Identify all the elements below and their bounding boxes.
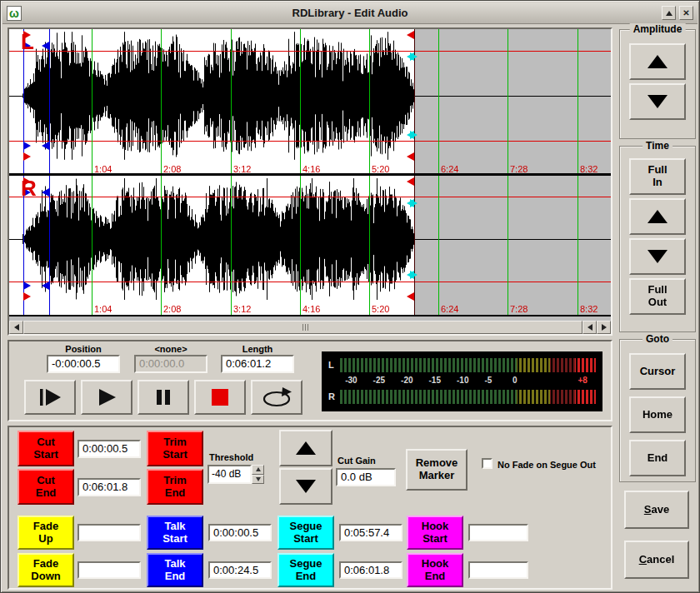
segue-end-field[interactable]: 0:06:01.8 (339, 561, 402, 579)
hook-end-field[interactable] (468, 561, 528, 579)
play-from-start-icon (38, 387, 62, 407)
waveform-canvas-R[interactable] (9, 176, 414, 302)
time-full-out-button[interactable]: Full Out (629, 278, 686, 315)
trim-start-button[interactable]: Trim Start (147, 431, 203, 466)
threshold-spin-up-button[interactable] (252, 465, 264, 475)
talk-end-button[interactable]: Talk End (147, 553, 203, 587)
meter-scale--20: -20 (401, 376, 412, 385)
fade-up-label: Fade Up (33, 521, 58, 546)
marker-line[interactable] (414, 29, 415, 176)
hook-start-label: Hook Start (422, 521, 449, 546)
marker-line[interactable] (49, 29, 50, 176)
segue-start-field[interactable]: 0:05:57.4 (339, 524, 402, 541)
position-label: Position (47, 344, 120, 354)
scroll-left-icon (14, 324, 19, 331)
transport-panel: Position -0:00:00.5 <none> 0:00:00.0 Len… (8, 340, 612, 421)
goto-home-button[interactable]: Home (629, 396, 686, 433)
trim-end-button[interactable]: Trim End (147, 469, 203, 505)
position-field: -0:00:00.5 (47, 355, 120, 373)
no-fade-checkbox[interactable] (482, 458, 492, 469)
trim-end-label: Trim End (163, 475, 186, 500)
fade-down-field[interactable] (78, 561, 141, 579)
amplitude-up-button[interactable] (629, 43, 686, 80)
cut-end-marker[interactable] (407, 31, 414, 39)
segue-end-marker[interactable] (407, 131, 414, 139)
segue-end-marker[interactable] (407, 52, 414, 61)
time-tick-label: 8:32 (580, 164, 598, 174)
rdlibrary-edit-audio-window: ω RDLibrary - Edit Audio ✕ 1:042:083:124… (0, 0, 700, 593)
cut-start-button[interactable]: Cut Start (18, 431, 74, 466)
time-zoom-in-button[interactable] (629, 198, 686, 235)
full-in-label: Full In (648, 164, 667, 189)
segue-end-marker[interactable] (407, 271, 414, 279)
gain-down-button[interactable] (279, 468, 332, 505)
time-zoom-out-button[interactable] (629, 238, 686, 275)
time-gridline (231, 176, 232, 316)
waveform-hscrollbar[interactable] (9, 321, 611, 334)
cut-end-marker[interactable] (407, 152, 414, 161)
loop-button[interactable] (251, 380, 302, 415)
talk-end-marker[interactable] (42, 142, 49, 150)
marker-line[interactable] (414, 176, 415, 316)
cut-end-marker[interactable] (407, 177, 414, 186)
time-gridline (369, 176, 370, 316)
segue-end-button[interactable]: Segue End (278, 553, 334, 587)
cut-start-field[interactable]: 0:00:00.5 (78, 440, 141, 458)
fade-down-button[interactable]: Fade Down (18, 553, 74, 587)
cut-gain-field[interactable]: 0.0 dB (336, 468, 396, 486)
cut-end-field[interactable]: 0:06:01.8 (78, 478, 141, 496)
fade-up-button[interactable]: Fade Up (18, 516, 74, 550)
cut-start-marker[interactable] (23, 152, 31, 161)
talk-start-button[interactable]: Talk Start (147, 516, 203, 550)
scroll-left-button-2[interactable] (582, 321, 597, 334)
amplitude-down-button[interactable] (629, 83, 686, 120)
hook-end-button[interactable]: Hook End (407, 553, 463, 587)
titlebar[interactable]: ω RDLibrary - Edit Audio ✕ (2, 2, 698, 24)
gain-envelope-line (9, 197, 611, 197)
time-gridline (578, 29, 578, 176)
close-button[interactable]: ✕ (679, 6, 693, 20)
talk-end-marker[interactable] (42, 188, 49, 197)
time-legend: Time (642, 140, 672, 152)
hook-start-field[interactable] (468, 524, 528, 541)
waveform-canvas-L[interactable] (9, 29, 414, 162)
talk-end-marker[interactable] (42, 42, 49, 50)
waveform-channel-left[interactable]: 1:042:083:124:165:206:247:288:32L (9, 29, 611, 176)
fade-up-field[interactable] (78, 524, 141, 541)
remove-marker-button[interactable]: Remove Marker (406, 449, 468, 491)
meter-scale--10: -10 (457, 376, 468, 385)
talk-end-marker[interactable] (42, 282, 49, 290)
gain-up-button[interactable] (279, 430, 332, 466)
talk-end-field[interactable]: 0:00:24.5 (208, 561, 272, 579)
scroll-right-button[interactable] (597, 321, 611, 334)
trim-start-label: Trim Start (162, 436, 188, 461)
time-gridline (231, 29, 232, 176)
save-button[interactable]: Save (624, 491, 689, 529)
cancel-button[interactable]: Cancel (624, 541, 689, 579)
scroll-left-button[interactable] (9, 321, 23, 334)
stop-button[interactable] (194, 380, 246, 415)
waveform-channel-right[interactable]: 1:042:083:124:165:206:247:288:32R (9, 176, 611, 316)
talk-start-marker[interactable] (23, 282, 31, 290)
cut-end-button[interactable]: Cut End (18, 469, 74, 505)
time-full-in-button[interactable]: Full In (629, 158, 686, 195)
talk-start-field[interactable]: 0:00:00.5 (208, 524, 272, 541)
play-from-start-button[interactable] (24, 380, 76, 415)
cut-end-marker[interactable] (407, 292, 414, 301)
cut-start-marker[interactable] (23, 292, 31, 301)
pause-button[interactable] (138, 380, 189, 415)
shade-button[interactable] (662, 6, 676, 20)
time-tick-label: 5:20 (372, 304, 389, 314)
scrollbar-thumb[interactable] (23, 321, 582, 334)
threshold-value[interactable]: -40 dB (208, 465, 252, 484)
play-button[interactable] (81, 380, 132, 415)
segue-start-button[interactable]: Segue Start (278, 516, 334, 550)
talk-start-marker[interactable] (23, 142, 31, 150)
marker-line[interactable] (49, 176, 50, 316)
segue-end-marker[interactable] (407, 199, 414, 207)
goto-end-button[interactable]: End (629, 440, 686, 476)
threshold-spin-down-button[interactable] (252, 475, 264, 485)
goto-cursor-button[interactable]: Cursor (629, 353, 686, 390)
channel-label-R: R (21, 177, 37, 199)
hook-start-button[interactable]: Hook Start (407, 516, 463, 550)
